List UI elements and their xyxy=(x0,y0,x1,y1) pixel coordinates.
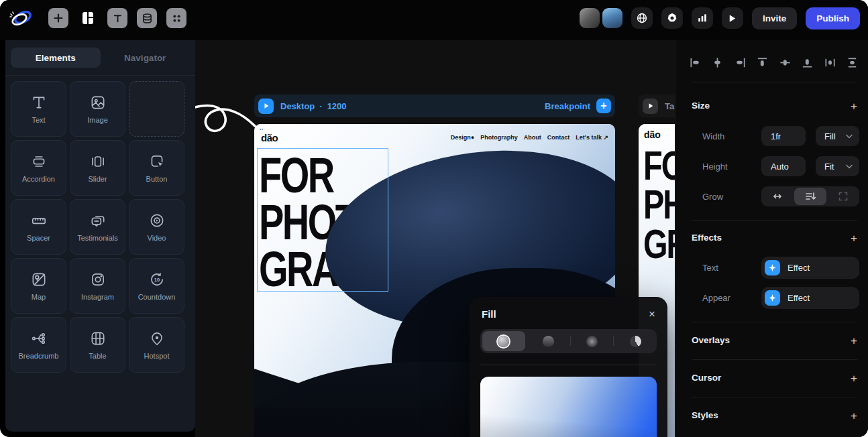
breakpoint-play-button[interactable] xyxy=(258,99,274,114)
app-window: Invite Publish Elements Navigator Text I… xyxy=(0,0,868,437)
element-tile-grid: Text Image Accordion Slider Button S xyxy=(5,76,195,378)
sparkle-icon xyxy=(765,260,780,275)
tile-button[interactable]: Button xyxy=(129,140,184,196)
tablet-breakpoint-bar[interactable]: Ta xyxy=(639,95,675,117)
height-label: Height xyxy=(702,162,728,172)
tile-table[interactable]: Table xyxy=(70,317,125,373)
globe-icon xyxy=(636,12,648,24)
testimonials-element-icon xyxy=(89,212,107,229)
height-input[interactable]: Auto xyxy=(761,156,806,176)
video-element-icon xyxy=(148,212,166,229)
align-left-icon[interactable] xyxy=(689,56,702,69)
tile-map[interactable]: Map xyxy=(11,258,66,314)
gradient-preview[interactable] xyxy=(480,377,657,437)
distribute-horizontal-icon[interactable] xyxy=(824,56,836,69)
breakpoint-device-label[interactable]: Desktop xyxy=(280,101,315,111)
settings-button[interactable] xyxy=(661,7,683,29)
grow-both-option[interactable] xyxy=(828,186,859,206)
image-element-icon xyxy=(89,94,107,111)
publish-button[interactable]: Publish xyxy=(806,7,860,29)
width-mode-dropdown[interactable]: Fill xyxy=(816,126,859,146)
tile-image[interactable]: Image xyxy=(70,81,125,137)
angular-gradient-swatch-icon xyxy=(630,336,641,347)
tab-navigator[interactable]: Navigator xyxy=(101,48,191,68)
distribute-vertical-icon[interactable] xyxy=(846,56,859,69)
text-tool-button[interactable] xyxy=(107,8,127,28)
app-logo[interactable] xyxy=(8,8,35,28)
align-center-horizontal-icon[interactable] xyxy=(711,56,724,69)
analytics-button[interactable] xyxy=(692,7,713,29)
nav-about[interactable]: About xyxy=(524,134,541,141)
collaborator-avatars xyxy=(580,8,622,28)
insert-sidebar: Elements Navigator Text Image Accordion … xyxy=(5,40,195,432)
breakpoint-label[interactable]: Breakpoint xyxy=(545,101,590,111)
cursor-add-button[interactable]: + xyxy=(851,373,857,384)
size-section-title: Size xyxy=(692,101,710,111)
tile-empty-slot[interactable] xyxy=(129,81,184,137)
divider xyxy=(692,359,857,360)
locale-button[interactable] xyxy=(631,7,653,29)
nav-contact[interactable]: Contact xyxy=(547,134,570,141)
styles-section-title: Styles xyxy=(692,410,718,420)
fill-type-angular[interactable] xyxy=(614,329,657,353)
nav-lets-talk[interactable]: Let's talk ↗ xyxy=(576,134,608,141)
breakpoint-play-button[interactable] xyxy=(643,99,658,114)
avatar[interactable] xyxy=(602,8,622,28)
invite-button[interactable]: Invite xyxy=(752,7,797,29)
size-add-button[interactable]: + xyxy=(851,101,857,112)
radial-gradient-swatch-icon xyxy=(586,336,598,347)
tile-accordion[interactable]: Accordion xyxy=(11,140,66,196)
selection-outline[interactable] xyxy=(257,148,388,292)
insert-button[interactable] xyxy=(48,8,68,28)
layout-tool-button[interactable] xyxy=(78,8,98,28)
overlays-add-button[interactable]: + xyxy=(851,335,857,347)
grow-vertical-option[interactable] xyxy=(794,188,826,205)
divider xyxy=(480,365,657,365)
add-breakpoint-button[interactable]: + xyxy=(596,99,611,113)
tile-slider[interactable]: Slider xyxy=(70,140,125,196)
close-icon[interactable]: × xyxy=(649,308,655,320)
cms-tool-button[interactable] xyxy=(137,8,157,28)
grow-horizontal-option[interactable] xyxy=(761,186,793,206)
effects-add-button[interactable]: + xyxy=(851,233,857,244)
width-input[interactable]: 1fr xyxy=(761,126,806,146)
avatar[interactable] xyxy=(580,8,600,28)
align-center-vertical-icon[interactable] xyxy=(779,56,792,69)
tile-spacer[interactable]: Spacer xyxy=(11,199,66,255)
fill-type-solid[interactable] xyxy=(482,331,525,351)
nav-design[interactable]: Design● xyxy=(451,134,474,141)
nav-photography[interactable]: Photography xyxy=(480,134,518,141)
desktop-breakpoint-bar[interactable]: Desktop · 1200 Breakpoint + xyxy=(254,95,615,117)
align-right-icon[interactable] xyxy=(734,56,747,69)
align-top-icon[interactable] xyxy=(756,56,769,69)
canvas[interactable]: Desktop · 1200 Breakpoint + Ta FOR PHOTO… xyxy=(195,40,675,437)
site-logo: dão xyxy=(644,129,661,140)
map-element-icon xyxy=(30,271,48,288)
tile-video[interactable]: Video xyxy=(129,199,184,255)
fill-type-radial[interactable] xyxy=(571,329,614,353)
appear-effect-button[interactable]: Effect xyxy=(761,287,859,309)
align-bottom-icon[interactable] xyxy=(801,56,814,69)
table-element-icon xyxy=(89,330,107,347)
tile-breadcrumb[interactable]: Breadcrumb xyxy=(11,317,66,373)
site-logo[interactable]: ''dão xyxy=(261,132,278,143)
divider xyxy=(692,397,857,397)
preview-button[interactable] xyxy=(722,7,743,29)
svg-text:10: 10 xyxy=(154,277,159,283)
text-effect-button[interactable]: Effect xyxy=(761,257,859,279)
play-icon xyxy=(647,103,654,109)
fill-type-linear[interactable] xyxy=(527,329,570,353)
tile-hotspot[interactable]: Hotspot xyxy=(129,317,184,373)
tile-instagram[interactable]: Instagram xyxy=(70,258,125,314)
tile-countdown[interactable]: 10 Countdown xyxy=(129,258,184,314)
breakpoint-device-label[interactable]: Ta xyxy=(665,101,674,111)
height-mode-dropdown[interactable]: Fit xyxy=(816,156,859,176)
plugins-tool-button[interactable] xyxy=(166,8,186,28)
play-icon xyxy=(727,13,737,23)
tile-text[interactable]: Text xyxy=(11,81,66,137)
logo-sparkle-marks: '' xyxy=(260,127,264,133)
tab-elements[interactable]: Elements xyxy=(11,48,101,68)
styles-add-button[interactable]: + xyxy=(851,410,857,422)
breakpoint-width-value[interactable]: 1200 xyxy=(327,101,347,111)
tile-testimonials[interactable]: Testimonials xyxy=(70,199,125,255)
